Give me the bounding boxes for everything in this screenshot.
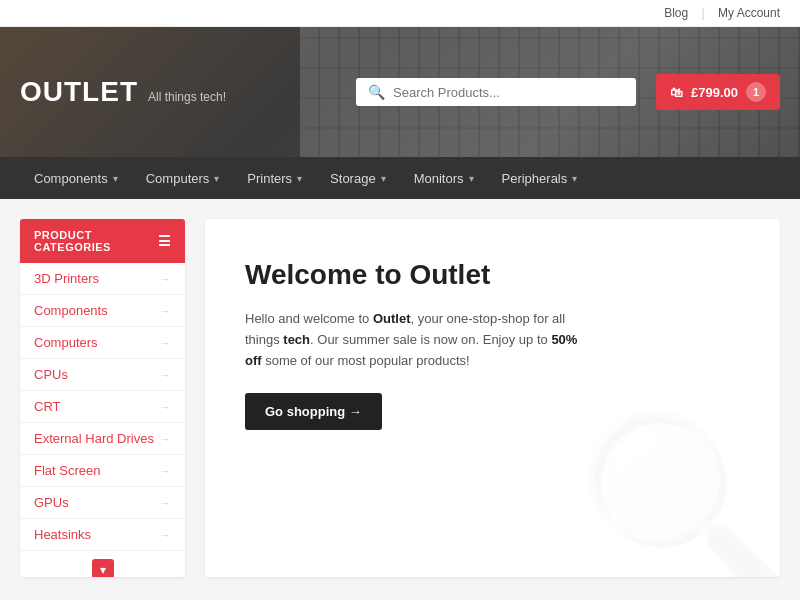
welcome-text: Hello and welcome to Outlet, your one-st… (245, 309, 585, 371)
sidebar-label-crt: CRT (34, 399, 60, 414)
nav-item-printers[interactable]: Printers ▾ (233, 157, 316, 199)
nav-item-computers[interactable]: Computers ▾ (132, 157, 234, 199)
sidebar-label-cpus: CPUs (34, 367, 68, 382)
nav-label-printers: Printers (247, 171, 292, 186)
chevron-down-icon: ▾ (214, 173, 219, 184)
nav-item-peripherals[interactable]: Peripherals ▾ (488, 157, 592, 199)
cart-button[interactable]: 🛍 £799.00 1 (656, 74, 780, 110)
sidebar-label-heatsinks: Heatsinks (34, 527, 91, 542)
nav-label-components: Components (34, 171, 108, 186)
sidebar-label-flat-screen: Flat Screen (34, 463, 100, 478)
main-area: Product Categories ☰ 3D Printers → Compo… (0, 199, 800, 597)
logo-tagline: All things tech! (148, 90, 226, 104)
go-shopping-button[interactable]: Go shopping → (245, 393, 382, 430)
sidebar-item-cpus[interactable]: CPUs → (20, 359, 185, 391)
nav-item-monitors[interactable]: Monitors ▾ (400, 157, 488, 199)
chevron-down-icon: ▾ (297, 173, 302, 184)
sidebar-item-components[interactable]: Components → (20, 295, 185, 327)
nav-label-monitors: Monitors (414, 171, 464, 186)
arrow-icon: → (160, 497, 171, 509)
arrow-icon: → (160, 273, 171, 285)
arrow-icon: → (160, 401, 171, 413)
text-tail: some of our most popular products! (262, 353, 470, 368)
sidebar: Product Categories ☰ 3D Printers → Compo… (20, 219, 185, 577)
my-account-link[interactable]: My Account (718, 6, 780, 20)
arrow-icon: → (160, 465, 171, 477)
cart-price: £799.00 (691, 85, 738, 100)
brand-name: Outlet (373, 311, 411, 326)
sidebar-header-label: Product Categories (34, 229, 158, 253)
nav-bar: Components ▾ Computers ▾ Printers ▾ Stor… (0, 157, 800, 199)
sidebar-footer: ▾ (20, 551, 185, 577)
magnifier-decoration: 🔍 (575, 417, 780, 577)
sidebar-expand-button[interactable]: ▾ (92, 559, 114, 577)
hero-content: OUTLET All things tech! 🔍 🛍 £799.00 1 (0, 27, 800, 157)
chevron-down-icon: ▾ (469, 173, 474, 184)
arrow-icon: → (160, 305, 171, 317)
main-content: Welcome to Outlet Hello and welcome to O… (205, 219, 780, 577)
search-icon: 🔍 (368, 84, 385, 100)
welcome-title: Welcome to Outlet (245, 259, 740, 291)
hero-header: OUTLET All things tech! 🔍 🛍 £799.00 1 (0, 27, 800, 157)
cart-count: 1 (746, 82, 766, 102)
chevron-down-icon: ▾ (113, 173, 118, 184)
sidebar-item-external-hard-drives[interactable]: External Hard Drives → (20, 423, 185, 455)
arrow-icon: → (160, 433, 171, 445)
sidebar-label-3d-printers: 3D Printers (34, 271, 99, 286)
sidebar-item-heatsinks[interactable]: Heatsinks → (20, 519, 185, 551)
sidebar-item-crt[interactable]: CRT → (20, 391, 185, 423)
top-bar: Blog | My Account (0, 0, 800, 27)
nav-label-peripherals: Peripherals (502, 171, 568, 186)
nav-item-storage[interactable]: Storage ▾ (316, 157, 400, 199)
nav-label-storage: Storage (330, 171, 376, 186)
sidebar-label-external-hard-drives: External Hard Drives (34, 431, 154, 446)
search-bar: 🔍 (356, 78, 636, 106)
nav-label-computers: Computers (146, 171, 210, 186)
sidebar-item-3d-printers[interactable]: 3D Printers → (20, 263, 185, 295)
arrow-icon: → (160, 369, 171, 381)
cart-icon: 🛍 (670, 85, 683, 100)
sidebar-label-computers: Computers (34, 335, 98, 350)
logo-area: OUTLET All things tech! (20, 76, 226, 108)
nav-item-components[interactable]: Components ▾ (20, 157, 132, 199)
search-input[interactable] (393, 85, 624, 100)
chevron-down-icon: ▾ (572, 173, 577, 184)
sidebar-label-gpus: GPUs (34, 495, 69, 510)
blog-link[interactable]: Blog (664, 6, 688, 20)
sidebar-item-gpus[interactable]: GPUs → (20, 487, 185, 519)
sidebar-item-computers[interactable]: Computers → (20, 327, 185, 359)
arrow-icon: → (160, 337, 171, 349)
sidebar-item-flat-screen[interactable]: Flat Screen → (20, 455, 185, 487)
arrow-icon: → (160, 529, 171, 541)
sidebar-header: Product Categories ☰ (20, 219, 185, 263)
brand-tech: tech (283, 332, 310, 347)
chevron-down-icon: ▾ (381, 173, 386, 184)
sidebar-label-components: Components (34, 303, 108, 318)
menu-icon: ☰ (158, 233, 172, 249)
site-logo: OUTLET (20, 76, 138, 108)
